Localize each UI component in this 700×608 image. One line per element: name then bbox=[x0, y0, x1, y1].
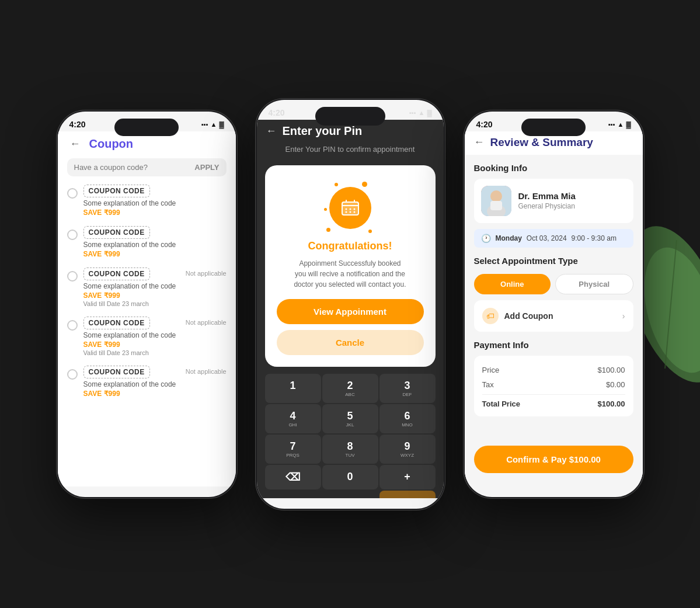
coupon-item-3[interactable]: COUPON CODE Some explanation of the code… bbox=[67, 267, 227, 307]
key-6[interactable]: 6MNO bbox=[379, 404, 436, 433]
doctor-info: Dr. Emma Mia General Physician bbox=[518, 191, 576, 210]
coupon-item-2[interactable]: COUPON CODE Some explanation of the code… bbox=[67, 226, 227, 258]
pin-screen: ← Enter your Pin Enter Your PIN to confi… bbox=[257, 120, 444, 498]
signal-icon-2: ▪▪▪ bbox=[409, 109, 416, 116]
coupon-radio-4[interactable] bbox=[67, 320, 78, 331]
apply-button[interactable]: APPLY bbox=[194, 163, 219, 172]
coupon-search-bar[interactable]: APPLY bbox=[67, 158, 227, 176]
key-2[interactable]: 2ABC bbox=[322, 374, 378, 403]
congrats-title: Congratulations! bbox=[308, 240, 392, 252]
coupon-valid-3: Valid till Date 23 march bbox=[83, 300, 180, 307]
coupon-item-5[interactable]: COUPON CODE Some explanation of the code… bbox=[67, 366, 227, 398]
confirm-button-wrap: Confirm & Pay $100.00 bbox=[465, 440, 643, 479]
confirm-pay-button[interactable]: Confirm & Pay $100.00 bbox=[474, 446, 633, 473]
status-icons-2: ▪▪▪ ▲ ▓ bbox=[409, 109, 432, 116]
signal-icon-3: ▪▪▪ bbox=[608, 121, 615, 128]
status-time-3: 4:20 bbox=[476, 120, 493, 129]
coupon-na-4: Not applicable bbox=[186, 319, 227, 326]
doctor-avatar bbox=[481, 186, 511, 216]
appointment-time-bar: 🕐 Monday Oct 03, 2024 9:00 - 9:30 am bbox=[474, 229, 633, 248]
svg-point-11 bbox=[490, 190, 502, 202]
coupon-save-5: SAVE ₹999 bbox=[83, 390, 180, 398]
add-coupon-label: Add Coupon bbox=[504, 311, 617, 321]
coupon-save-4: SAVE ₹999 bbox=[83, 341, 180, 349]
coupon-explanation-3: Some explanation of the code bbox=[83, 282, 180, 290]
tax-value: $0.00 bbox=[606, 380, 625, 389]
coupon-code-2: COUPON CODE bbox=[83, 226, 150, 239]
coupon-radio-5[interactable] bbox=[67, 369, 78, 380]
svg-rect-13 bbox=[490, 201, 502, 210]
key-7[interactable]: 7PRQS bbox=[265, 435, 321, 464]
wifi-icon-3: ▲ bbox=[618, 121, 624, 128]
svg-point-7 bbox=[353, 211, 355, 213]
doctor-card: Dr. Emma Mia General Physician bbox=[474, 179, 633, 223]
dynamic-island-1 bbox=[114, 119, 179, 136]
coupon-explanation-2: Some explanation of the code bbox=[83, 241, 227, 249]
coupon-save-2: SAVE ₹999 bbox=[83, 250, 227, 258]
online-type-button[interactable]: Online bbox=[474, 274, 551, 294]
dynamic-island-2 bbox=[315, 107, 385, 126]
total-value: $100.00 bbox=[598, 399, 625, 408]
phone-pin: 4:20 ▪▪▪ ▲ ▓ ← Enter your Pin Enter Your… bbox=[255, 98, 445, 510]
cancel-button[interactable]: Cancle bbox=[277, 330, 424, 355]
coupon-details-3: COUPON CODE Some explanation of the code… bbox=[83, 267, 180, 307]
dot-4 bbox=[368, 230, 372, 233]
view-appointment-button[interactable]: View Appoinment bbox=[277, 299, 424, 324]
battery-icon-3: ▓ bbox=[626, 121, 631, 128]
coupon-back-button[interactable]: ← bbox=[67, 136, 83, 152]
key-plus[interactable]: + bbox=[379, 465, 436, 489]
coupon-item-1[interactable]: COUPON CODE Some explanation of the code… bbox=[67, 185, 227, 217]
pin-screen-title: Enter your Pin bbox=[283, 124, 363, 138]
key-backspace[interactable]: ⌫ bbox=[265, 465, 321, 489]
select-type-title: Select Appointment Type bbox=[474, 256, 633, 266]
key-confirm[interactable]: ✓ bbox=[379, 491, 436, 498]
coupon-code-3: COUPON CODE bbox=[83, 267, 150, 280]
coupon-radio-1[interactable] bbox=[67, 188, 78, 199]
key-9[interactable]: 9WXYZ bbox=[379, 435, 436, 464]
coupon-valid-4: Valid till Date 23 march bbox=[83, 349, 180, 356]
congrats-circle-icon bbox=[329, 187, 371, 229]
svg-point-3 bbox=[349, 208, 351, 210]
key-0[interactable]: 0 bbox=[322, 465, 378, 489]
key-4[interactable]: 4GHI bbox=[265, 404, 321, 433]
key-5[interactable]: 5JKL bbox=[322, 404, 378, 433]
coupon-save-1: SAVE ₹999 bbox=[83, 209, 227, 217]
coupon-save-3: SAVE ₹999 bbox=[83, 291, 180, 300]
booking-info-title: Booking Info bbox=[474, 163, 633, 173]
congrats-icon-wrap bbox=[324, 182, 377, 234]
price-label: Price bbox=[482, 366, 500, 374]
svg-point-6 bbox=[349, 211, 351, 213]
review-back-button[interactable]: ← bbox=[474, 136, 485, 148]
phone-coupon: 4:20 ▪▪▪ ▲ ▓ ← Coupon APPLY COUPON CODE bbox=[56, 110, 238, 499]
payment-section: Price $100.00 Tax $0.00 Total Price $100… bbox=[474, 356, 633, 416]
wifi-icon-2: ▲ bbox=[419, 109, 425, 116]
pin-back-button[interactable]: ← bbox=[266, 125, 277, 137]
coupon-code-1: COUPON CODE bbox=[83, 185, 150, 197]
coupon-list: COUPON CODE Some explanation of the code… bbox=[58, 185, 236, 475]
coupon-radio-3[interactable] bbox=[67, 271, 78, 282]
svg-point-2 bbox=[345, 208, 347, 210]
price-value: $100.00 bbox=[598, 366, 625, 374]
physical-type-button[interactable]: Physical bbox=[555, 274, 633, 294]
coupon-details-1: COUPON CODE Some explanation of the code… bbox=[83, 185, 227, 217]
add-coupon-row[interactable]: 🏷 Add Coupon › bbox=[474, 300, 633, 332]
coupon-screen-title: Coupon bbox=[89, 137, 134, 151]
coupon-details-4: COUPON CODE Some explanation of the code… bbox=[83, 317, 180, 356]
appointment-date: Oct 03, 2024 bbox=[527, 234, 567, 242]
coupon-input[interactable] bbox=[74, 163, 190, 172]
tax-row: Tax $0.00 bbox=[482, 377, 625, 392]
coupon-code-5: COUPON CODE bbox=[83, 366, 150, 378]
key-1[interactable]: 1 bbox=[265, 374, 321, 403]
doctor-name: Dr. Emma Mia bbox=[518, 191, 576, 201]
review-screen-title: Review & Summary bbox=[490, 136, 593, 149]
doctor-specialty: General Physician bbox=[518, 202, 576, 210]
clock-icon: 🕐 bbox=[481, 234, 491, 243]
congrats-text: Appoinment Successfuly booked you will r… bbox=[294, 258, 406, 290]
appointment-time: 9:00 - 9:30 am bbox=[572, 234, 617, 242]
coupon-na-5: Not applicable bbox=[186, 368, 227, 375]
coupon-item-4[interactable]: COUPON CODE Some explanation of the code… bbox=[67, 317, 227, 356]
key-3[interactable]: 3DEF bbox=[379, 374, 436, 403]
signal-icon: ▪▪▪ bbox=[201, 121, 208, 128]
key-8[interactable]: 8TUV bbox=[322, 435, 378, 464]
coupon-radio-2[interactable] bbox=[67, 230, 78, 240]
